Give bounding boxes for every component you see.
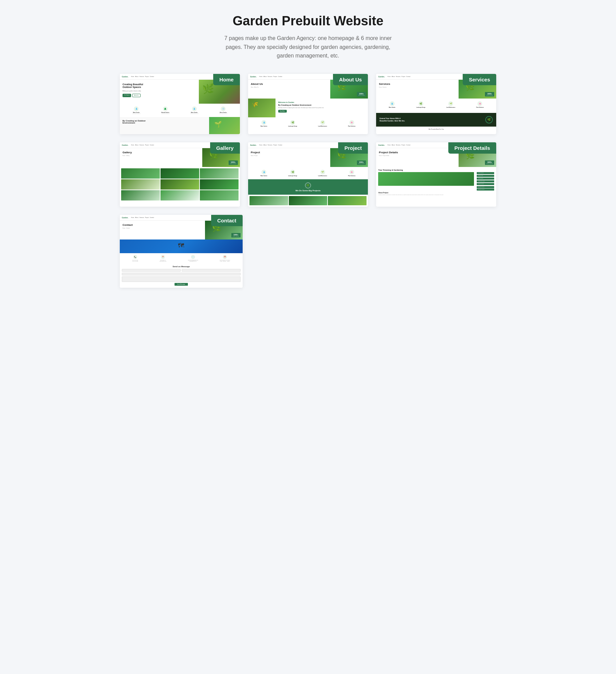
middle-grid: Gallery Garden. Home About Services Proj…	[120, 142, 496, 207]
page-header: Garden Prebuilt Website 7 pages make up …	[7, 14, 609, 60]
project-badge: Project	[338, 142, 368, 154]
services-card[interactable]: Services Garden. Home About Services Pro…	[376, 74, 496, 134]
project-details-badge: Project Details	[448, 142, 496, 154]
contact-card[interactable]: Contact Garden. Home About Services Proj…	[120, 215, 243, 288]
services-badge: Services	[463, 74, 496, 85]
contact-badge: Contact	[211, 215, 243, 226]
home-badge: Home	[213, 74, 240, 85]
page-title: Garden Prebuilt Website	[7, 14, 609, 28]
top-grid: Home Garden. Home About Services Project…	[120, 74, 496, 134]
about-badge: About Us	[333, 74, 368, 85]
about-card[interactable]: About Us Garden. Home About Services Pro…	[248, 74, 368, 134]
page-subtitle: 7 pages make up the Garden Agency: one h…	[219, 34, 397, 60]
gallery-card[interactable]: Gallery Garden. Home About Services Proj…	[120, 142, 240, 207]
project-card[interactable]: Project Garden. Home About Services Proj…	[248, 142, 368, 207]
home-card[interactable]: Home Garden. Home About Services Project…	[120, 74, 240, 134]
bottom-grid: Contact Garden. Home About Services Proj…	[120, 215, 496, 288]
project-details-card[interactable]: Project Details Garden. Home About Servi…	[376, 142, 496, 207]
gallery-badge: Gallery	[210, 142, 240, 154]
